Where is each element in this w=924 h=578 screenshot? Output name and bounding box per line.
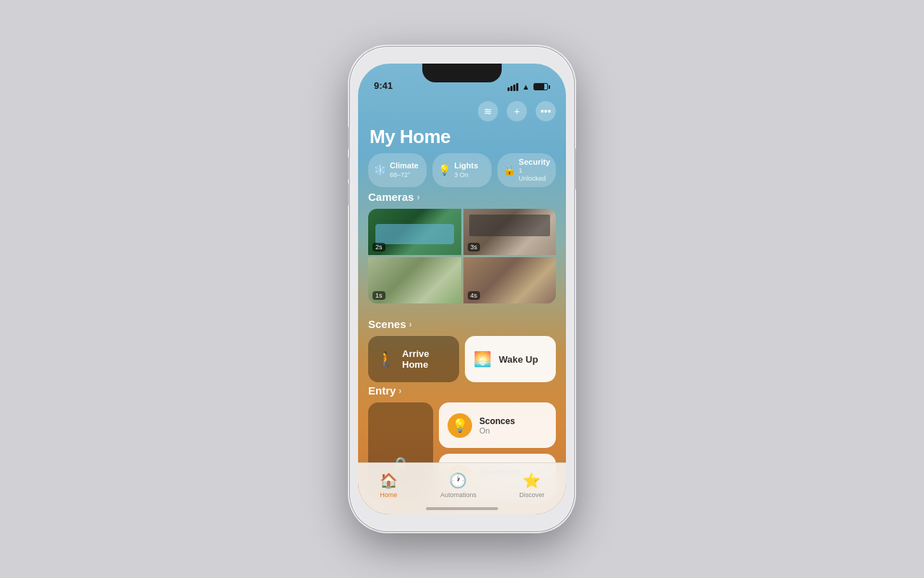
lights-label: Lights (454, 161, 478, 171)
automations-tab-label: Automations (440, 491, 476, 499)
battery-icon (533, 83, 550, 90)
signal-icon (507, 83, 518, 91)
security-label: Security (519, 158, 550, 167)
cameras-title: Cameras (368, 191, 414, 203)
sconces-card[interactable]: 💡 Sconces On (439, 402, 556, 448)
discover-tab-label: Discover (519, 491, 544, 499)
wake-up-icon: 🌅 (474, 350, 492, 368)
siri-button[interactable]: ≋ (478, 101, 498, 121)
entry-chevron: › (398, 386, 401, 396)
security-pill[interactable]: 🔒 Security 1 Unlocked (497, 153, 556, 187)
top-actions: ≋ + ••• (478, 101, 556, 121)
scenes-section: Scenes › 🚶 Arrive Home 🌅 Wake Up (368, 318, 556, 382)
camera-cell-1[interactable]: 2s (368, 209, 461, 255)
home-indicator (426, 507, 498, 510)
security-sub: 1 Unlocked (519, 167, 550, 183)
scenes-title: Scenes (368, 318, 406, 330)
home-tab-label: Home (380, 491, 397, 499)
security-icon: 🔒 (503, 164, 515, 176)
arrive-home-label: Arrive Home (402, 348, 450, 370)
sconces-info: Sconces On (479, 416, 515, 435)
lights-icon: 💡 (438, 164, 450, 176)
cam-timer-3: 1s (372, 291, 385, 300)
climate-text: Climate 68–72° (390, 161, 419, 178)
sconces-icon: 💡 (452, 418, 468, 434)
climate-pill[interactable]: ❄️ Climate 68–72° (368, 153, 427, 187)
security-text: Security 1 Unlocked (519, 158, 550, 183)
add-button[interactable]: + (507, 101, 527, 121)
tab-bar: 🏠 Home 🕐 Automations ⭐ Discover (358, 462, 566, 514)
tab-home[interactable]: 🏠 Home (380, 472, 398, 499)
cameras-section: Cameras › 2s 3s 1s 4s (368, 191, 556, 303)
status-icons: ▲ (507, 82, 550, 91)
lights-sub: 3 On (454, 171, 478, 179)
home-tab-icon: 🏠 (380, 472, 398, 489)
wake-up-label: Wake Up (499, 354, 538, 365)
sconces-status: On (479, 426, 515, 435)
tab-discover[interactable]: ⭐ Discover (519, 472, 544, 499)
tab-automations[interactable]: 🕐 Automations (440, 472, 476, 499)
cameras-header[interactable]: Cameras › (368, 191, 556, 203)
climate-label: Climate (390, 161, 419, 171)
scenes-chevron: › (409, 319, 412, 329)
wifi-icon: ▲ (522, 82, 530, 91)
scenes-header[interactable]: Scenes › (368, 318, 556, 330)
cam-timer-4: 4s (468, 291, 481, 300)
entry-title: Entry (368, 384, 396, 397)
phone-frame: 9:41 ▲ ≋ + ••• (350, 47, 574, 531)
entry-header[interactable]: Entry › (368, 384, 556, 397)
sconces-icon-circle: 💡 (448, 413, 472, 438)
climate-sub: 68–72° (390, 171, 419, 179)
lights-pill[interactable]: 💡 Lights 3 On (432, 153, 491, 187)
notch (422, 64, 502, 82)
scenes-row: 🚶 Arrive Home 🌅 Wake Up (368, 336, 556, 382)
main-content: ≋ + ••• My Home ❄️ Climate 68–72° 💡 (358, 95, 566, 514)
page-title: My Home (370, 126, 450, 148)
climate-icon: ❄️ (374, 164, 386, 176)
camera-cell-2[interactable]: 3s (463, 209, 557, 255)
camera-grid: 2s 3s 1s 4s (368, 209, 556, 303)
arrive-home-scene[interactable]: 🚶 Arrive Home (368, 336, 459, 382)
camera-cell-4[interactable]: 4s (463, 257, 557, 303)
more-button[interactable]: ••• (536, 101, 556, 121)
wake-up-scene[interactable]: 🌅 Wake Up (465, 336, 556, 382)
discover-tab-icon: ⭐ (523, 472, 541, 489)
arrive-home-icon: 🚶 (377, 350, 395, 368)
status-time: 9:41 (374, 80, 393, 91)
cam-timer-2: 3s (468, 243, 481, 251)
cameras-chevron: › (417, 192, 419, 202)
automations-tab-icon: 🕐 (449, 472, 467, 489)
sconces-name: Sconces (479, 416, 515, 426)
category-pills: ❄️ Climate 68–72° 💡 Lights 3 On 🔒 (368, 153, 556, 187)
camera-cell-3[interactable]: 1s (368, 257, 461, 303)
cam-timer-1: 2s (372, 243, 385, 251)
phone-screen: 9:41 ▲ ≋ + ••• (358, 64, 566, 514)
lights-text: Lights 3 On (454, 161, 478, 178)
